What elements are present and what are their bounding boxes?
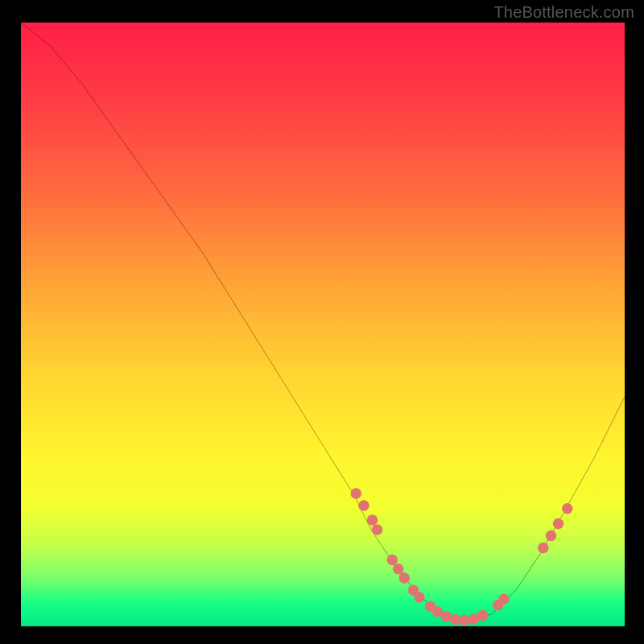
curve-marker (553, 518, 564, 530)
curve-marker (498, 594, 510, 605)
curve-marker (414, 592, 425, 603)
curve-marker (538, 543, 549, 554)
curve-markers (351, 488, 573, 625)
bottleneck-curve-svg (21, 23, 625, 626)
plot-area (21, 23, 625, 626)
bottleneck-curve-path (21, 23, 625, 621)
curve-marker (351, 488, 361, 499)
curve-marker (546, 530, 557, 542)
curve-marker (358, 500, 369, 511)
curve-marker (367, 514, 378, 526)
curve-marker (562, 503, 573, 514)
chart-frame: TheBottleneck.com (0, 0, 644, 644)
curve-marker (399, 572, 411, 584)
watermark-text: TheBottleneck.com (493, 3, 634, 22)
curve-marker (477, 610, 489, 621)
curve-marker (393, 564, 403, 575)
curve-marker (372, 524, 382, 535)
curve-marker (387, 555, 398, 566)
